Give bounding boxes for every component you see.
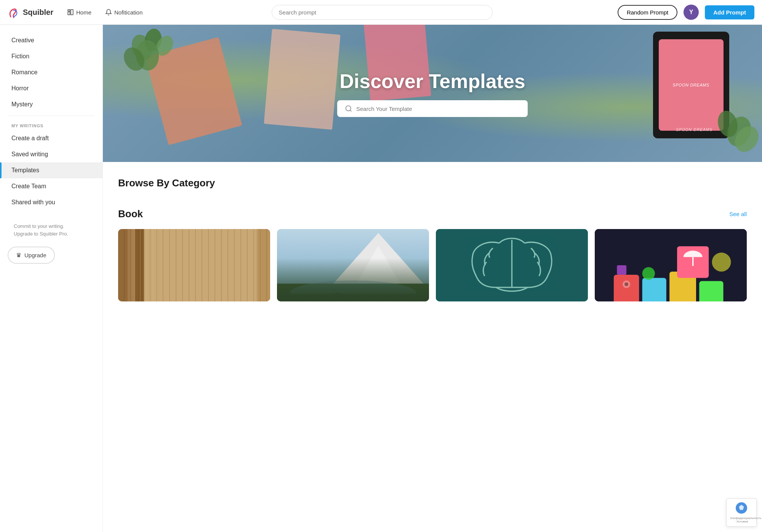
nav-notification[interactable]: Nofitication (101, 6, 146, 18)
sidebar-divider (8, 115, 95, 116)
upgrade-label: Upgrade (24, 252, 46, 258)
svg-point-11 (346, 106, 351, 111)
recaptcha-text: Конфиденциальность · Условия (730, 516, 752, 523)
avatar-letter: Y (689, 9, 693, 16)
sidebar-item-label: Mystery (11, 101, 33, 108)
browse-section: Browse By Category (103, 162, 762, 208)
svg-point-30 (330, 292, 345, 294)
sidebar-item-label: Create a draft (11, 135, 49, 142)
search-icon (345, 105, 352, 112)
brain-illustration (436, 229, 588, 301)
sidebar-item-label: Romance (11, 69, 37, 76)
random-prompt-button[interactable]: Random Prompt (618, 5, 677, 20)
sidebar-item-saved-writing[interactable]: Saved writing (0, 146, 102, 162)
spoon-dreams-text: SPOON DREAMS (676, 128, 712, 132)
recaptcha-icon (735, 502, 748, 514)
svg-point-29 (290, 280, 416, 294)
bell-icon (105, 9, 112, 16)
svg-rect-12 (118, 229, 270, 301)
hero-decoration-book-mid (264, 29, 340, 130)
sidebar-item-label: Creative (11, 37, 34, 44)
sidebar-item-label: Fiction (11, 53, 29, 60)
sidebar-item-templates[interactable]: Templates (0, 162, 102, 178)
sidebar-item-label: Shared with you (11, 199, 55, 206)
sidebar: Creative Fiction Romance Horror Mystery … (0, 25, 103, 532)
add-prompt-button[interactable]: Add Prompt (705, 5, 754, 19)
book-section-header: Book See all (118, 208, 747, 220)
logo-icon (8, 6, 20, 18)
sidebar-item-create-team[interactable]: Create Team (0, 178, 102, 194)
book-section: Book See all (103, 208, 762, 317)
hero-search-input[interactable] (356, 106, 520, 112)
my-writings-label: MY WRITINGS (0, 119, 102, 130)
sidebar-item-creative[interactable]: Creative (0, 32, 102, 48)
card-books-stack[interactable] (118, 229, 270, 301)
crown-icon: ♛ (16, 252, 21, 259)
svg-point-42 (642, 267, 655, 280)
hero-content: Discover Templates (337, 70, 528, 117)
book-section-title: Book (118, 208, 143, 220)
svg-rect-14 (132, 229, 256, 301)
svg-rect-15 (118, 229, 128, 301)
svg-point-41 (624, 282, 628, 286)
sidebar-item-create-draft[interactable]: Create a draft (0, 130, 102, 146)
svg-rect-34 (614, 275, 639, 301)
svg-rect-35 (642, 278, 666, 301)
svg-rect-2 (71, 10, 73, 15)
card-mountain-girls[interactable] (277, 229, 429, 301)
sidebar-item-romance[interactable]: Romance (0, 64, 102, 80)
svg-rect-0 (68, 10, 70, 11)
upgrade-button[interactable]: ♛ Upgrade (8, 247, 55, 264)
books-illustration (118, 229, 270, 301)
search-bar (272, 5, 493, 20)
svg-rect-37 (699, 281, 723, 301)
browse-title: Browse By Category (118, 177, 747, 189)
nav-home[interactable]: Home (63, 6, 95, 18)
add-prompt-label: Add Prompt (713, 9, 746, 16)
svg-rect-28 (277, 284, 429, 294)
logo-text: Squibler (23, 8, 53, 17)
sidebar-item-label: Create Team (11, 183, 46, 190)
hero-plant-right-icon (709, 101, 762, 162)
hero-title: Discover Templates (339, 70, 525, 93)
home-label: Home (76, 9, 91, 16)
header: Squibler Home Nofitication Random Prompt… (0, 0, 762, 25)
avatar[interactable]: Y (684, 5, 699, 20)
sidebar-item-label: Horror (11, 85, 29, 92)
svg-rect-17 (135, 229, 144, 301)
see-all-link[interactable]: See all (729, 211, 747, 217)
home-icon (67, 9, 74, 16)
cards-grid (118, 229, 747, 301)
card-brain[interactable] (436, 229, 588, 301)
hero-banner: SPOON DREAMS SPOON DREAMS Discover Tem (103, 25, 762, 162)
svg-rect-44 (617, 265, 626, 275)
notification-label: Nofitication (114, 9, 142, 16)
hero-search-bar (337, 100, 528, 117)
sidebar-item-horror[interactable]: Horror (0, 80, 102, 96)
mountain-illustration (277, 229, 429, 294)
hero-plant-left-icon (123, 25, 184, 101)
search-input[interactable] (272, 5, 493, 20)
layout: Creative Fiction Romance Horror Mystery … (0, 25, 762, 532)
svg-rect-13 (131, 229, 258, 301)
svg-rect-25 (277, 229, 429, 294)
svg-point-43 (712, 253, 731, 272)
recaptcha-badge: Конфиденциальность · Условия (726, 498, 757, 527)
random-prompt-label: Random Prompt (627, 9, 668, 16)
card-colorful-art[interactable] (595, 229, 747, 301)
sidebar-item-fiction[interactable]: Fiction (0, 48, 102, 64)
svg-rect-1 (68, 12, 70, 15)
upgrade-prompt-text: Commit to your writing.Upgrade to Squibl… (8, 218, 95, 242)
sidebar-item-mystery[interactable]: Mystery (0, 96, 102, 112)
sidebar-item-label: Saved writing (11, 151, 48, 158)
colorful-illustration (595, 229, 747, 301)
logo[interactable]: Squibler (8, 6, 57, 18)
main-content: SPOON DREAMS SPOON DREAMS Discover Tem (103, 25, 762, 532)
sidebar-item-shared-with-you[interactable]: Shared with you (0, 194, 102, 210)
sidebar-item-label: Templates (11, 167, 39, 174)
svg-rect-16 (128, 229, 135, 301)
